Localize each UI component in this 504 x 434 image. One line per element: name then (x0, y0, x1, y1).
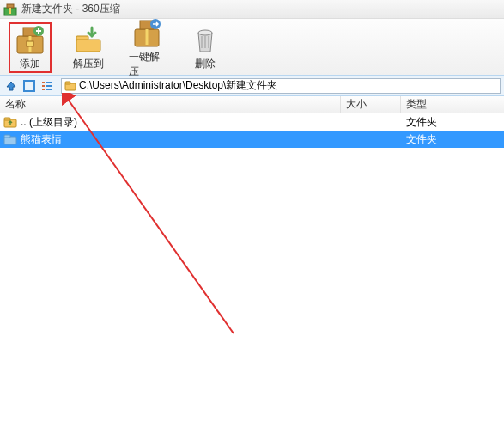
address-input[interactable] (79, 80, 497, 92)
file-name: 熊猫表情 (21, 132, 62, 147)
file-type: 文件夹 (401, 132, 504, 147)
svg-rect-14 (46, 82, 52, 83)
nav-up-button[interactable] (3, 78, 19, 94)
file-row-selected[interactable]: 熊猫表情 文件夹 (0, 131, 504, 148)
one-click-icon (131, 17, 162, 48)
svg-rect-15 (42, 85, 45, 87)
column-name[interactable]: 名称 (0, 96, 341, 113)
titlebar: 新建文件夹 - 360压缩 (0, 0, 504, 19)
svg-rect-18 (46, 89, 52, 90)
svg-rect-12 (24, 81, 34, 91)
add-button[interactable]: 添加 (9, 22, 52, 73)
folder-icon (3, 132, 17, 146)
svg-rect-17 (42, 89, 45, 90)
svg-rect-6 (76, 40, 100, 52)
svg-rect-24 (4, 135, 10, 138)
view-list-button[interactable] (39, 78, 55, 94)
add-label: 添加 (20, 57, 40, 71)
svg-point-11 (198, 30, 212, 35)
svg-rect-1 (7, 4, 14, 8)
archive-add-icon (15, 24, 46, 55)
delete-label: 删除 (195, 57, 216, 71)
file-name: .. (上级目录) (21, 115, 77, 130)
delete-button[interactable]: 删除 (184, 22, 227, 73)
file-row-parent[interactable]: .. (上级目录) 文件夹 (0, 113, 504, 131)
trash-icon (190, 24, 221, 55)
one-click-label: 一键解压 (129, 50, 165, 79)
folder-icon (64, 80, 76, 92)
extract-to-icon (73, 24, 104, 55)
toolbar: 添加 解压到 一键解压 删除 (0, 19, 504, 76)
file-list: .. (上级目录) 文件夹 熊猫表情 文件夹 (0, 113, 504, 148)
svg-rect-20 (65, 82, 70, 84)
svg-rect-13 (42, 82, 45, 83)
column-type[interactable]: 类型 (401, 96, 504, 113)
svg-rect-7 (76, 36, 88, 40)
extract-to-button[interactable]: 解压到 (67, 22, 110, 73)
window-title: 新建文件夹 - 360压缩 (21, 2, 120, 16)
svg-rect-22 (4, 118, 10, 120)
column-size[interactable]: 大小 (341, 96, 401, 113)
app-icon (3, 3, 17, 16)
file-type: 文件夹 (401, 115, 504, 130)
folder-up-icon (3, 115, 17, 129)
one-click-extract-button[interactable]: 一键解压 (125, 15, 168, 81)
svg-rect-16 (46, 85, 52, 87)
navbar (0, 76, 504, 96)
address-bar[interactable] (61, 78, 501, 94)
view-mode-button[interactable] (21, 78, 37, 94)
extract-to-label: 解压到 (73, 57, 104, 71)
column-header: 名称 大小 类型 (0, 96, 504, 113)
svg-rect-4 (27, 41, 33, 46)
